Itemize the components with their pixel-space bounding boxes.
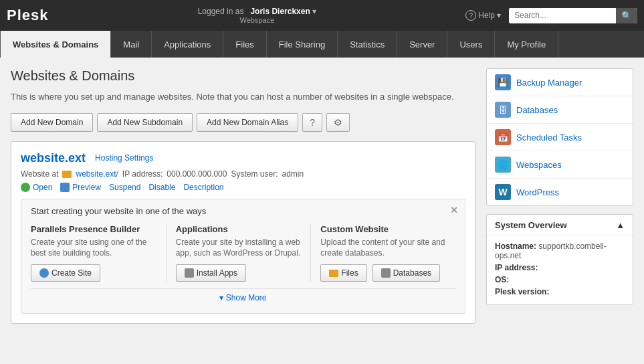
domain-name-link[interactable]: website.ext bbox=[21, 151, 86, 165]
username[interactable]: Joris Dierckxen bbox=[250, 7, 310, 16]
domain-info: Website at website.ext/ IP address: 000.… bbox=[21, 169, 465, 179]
applications-desc: Create your site by installing a web app… bbox=[176, 237, 302, 260]
backup-manager-icon: 💾 bbox=[495, 74, 511, 90]
sidebar-item-databases[interactable]: 🗄 Databases bbox=[487, 96, 633, 124]
databases-link[interactable]: Databases bbox=[516, 105, 558, 115]
show-more-button[interactable]: ▾ Show More bbox=[31, 288, 455, 306]
os-label: OS: bbox=[495, 275, 509, 284]
webspace-label: Webspace bbox=[198, 16, 316, 24]
action-buttons: Add New Domain Add New Subdomain Add New… bbox=[11, 113, 475, 132]
tab-server[interactable]: Server bbox=[397, 31, 447, 58]
tab-users[interactable]: Users bbox=[447, 31, 495, 58]
tab-mail[interactable]: Mail bbox=[111, 31, 152, 58]
system-user-value: admin bbox=[282, 169, 304, 179]
ip-value: 000.000.000.000 bbox=[167, 169, 227, 179]
page-description: This is where you set up and manage webs… bbox=[11, 90, 475, 104]
system-user-label: System user: bbox=[231, 169, 278, 179]
system-overview-body: Hostname: supportkb.combell-ops.net IP a… bbox=[487, 236, 633, 304]
custom-desc: Upload the content of your site and crea… bbox=[320, 237, 446, 260]
help-dropdown-icon: ▾ bbox=[497, 11, 501, 20]
page-content: Websites & Domains This is where you set… bbox=[0, 58, 644, 364]
folder-icon bbox=[62, 171, 72, 178]
user-info: Logged in as Joris Dierckxen ▾ Webspace bbox=[198, 7, 316, 24]
option-parallels: Parallels Presence Builder Create your s… bbox=[31, 224, 167, 282]
create-site-button[interactable]: Create Site bbox=[31, 264, 100, 282]
options-row: Parallels Presence Builder Create your s… bbox=[31, 224, 455, 282]
search-input[interactable] bbox=[509, 8, 616, 23]
help-info-button[interactable]: ? bbox=[302, 113, 322, 132]
sidebar: 💾 Backup Manager 🗄 Databases 📅 Scheduled… bbox=[486, 68, 633, 355]
ip-address-label: IP address: bbox=[495, 263, 538, 272]
website-url-link[interactable]: website.ext/ bbox=[76, 169, 118, 179]
tab-file-sharing[interactable]: File Sharing bbox=[267, 31, 338, 58]
databases-button[interactable]: Databases bbox=[372, 264, 440, 282]
sidebar-item-backup-manager[interactable]: 💾 Backup Manager bbox=[487, 69, 633, 96]
username-dropdown-icon[interactable]: ▾ bbox=[312, 7, 316, 16]
tab-websites-domains[interactable]: Websites & Domains bbox=[0, 31, 111, 58]
nav-tabs: Websites & Domains Mail Applications Fil… bbox=[0, 31, 644, 58]
tab-statistics[interactable]: Statistics bbox=[338, 31, 397, 58]
website-at-label: Website at bbox=[21, 169, 58, 179]
tab-applications[interactable]: Applications bbox=[152, 31, 223, 58]
help-button[interactable]: ? Help ▾ bbox=[465, 10, 501, 21]
files-button[interactable]: Files bbox=[320, 264, 366, 282]
scheduled-tasks-icon: 📅 bbox=[495, 129, 511, 145]
system-overview-title: System Overview bbox=[495, 220, 567, 230]
topbar: Plesk Logged in as Joris Dierckxen ▾ Web… bbox=[0, 0, 644, 31]
sidebar-item-wordpress[interactable]: W WordPress bbox=[487, 179, 633, 205]
page-title: Websites & Domains bbox=[11, 68, 475, 84]
disable-link[interactable]: Disable bbox=[148, 183, 175, 192]
sidebar-tools-card: 💾 Backup Manager 🗄 Databases 📅 Scheduled… bbox=[486, 68, 633, 206]
custom-buttons: Files Databases bbox=[320, 264, 446, 282]
domain-header: website.ext Hosting Settings bbox=[21, 151, 465, 165]
system-overview-header: System Overview ▲ bbox=[487, 215, 633, 236]
wordpress-icon: W bbox=[495, 184, 511, 200]
preview-icon bbox=[60, 183, 70, 192]
hostname-row: Hostname: supportkb.combell-ops.net bbox=[495, 242, 625, 260]
option-custom: Custom Website Upload the content of you… bbox=[320, 224, 455, 282]
description-link[interactable]: Description bbox=[183, 183, 223, 192]
webspaces-link[interactable]: Webspaces bbox=[516, 160, 562, 170]
close-getting-started-button[interactable]: ✕ bbox=[450, 205, 458, 215]
plesk-version-label: Plesk version: bbox=[495, 287, 549, 296]
plesk-version-row: Plesk version: bbox=[495, 287, 625, 296]
install-apps-button[interactable]: Install Apps bbox=[176, 264, 246, 282]
system-overview-card: System Overview ▲ Hostname: supportkb.co… bbox=[486, 214, 633, 305]
add-domain-button[interactable]: Add New Domain bbox=[11, 113, 93, 132]
help-label: Help bbox=[478, 11, 495, 20]
open-link[interactable]: Open bbox=[21, 183, 52, 192]
open-icon bbox=[21, 183, 30, 192]
add-subdomain-button[interactable]: Add New Subdomain bbox=[97, 113, 193, 132]
logged-in-as-label: Logged in as bbox=[198, 7, 244, 16]
ip-label: IP address: bbox=[122, 169, 163, 179]
backup-manager-link[interactable]: Backup Manager bbox=[516, 78, 582, 88]
preview-link[interactable]: Preview bbox=[60, 183, 101, 192]
databases-side-icon: 🗄 bbox=[495, 102, 511, 118]
sidebar-item-scheduled-tasks[interactable]: 📅 Scheduled Tasks bbox=[487, 124, 633, 151]
add-alias-button[interactable]: Add New Domain Alias bbox=[197, 113, 298, 132]
custom-title: Custom Website bbox=[320, 224, 446, 234]
files-icon bbox=[329, 270, 338, 277]
suspend-link[interactable]: Suspend bbox=[109, 183, 140, 192]
scheduled-tasks-link[interactable]: Scheduled Tasks bbox=[516, 132, 582, 143]
hosting-settings-link[interactable]: Hosting Settings bbox=[95, 153, 153, 163]
tab-files[interactable]: Files bbox=[223, 31, 266, 58]
help-icon: ? bbox=[465, 10, 476, 21]
hostname-label: Hostname: bbox=[495, 242, 536, 251]
tab-my-profile[interactable]: My Profile bbox=[495, 31, 558, 58]
create-site-icon bbox=[39, 268, 49, 278]
parallels-title: Parallels Presence Builder bbox=[31, 224, 156, 234]
sidebar-item-webspaces[interactable]: 🌐 Webspaces bbox=[487, 151, 633, 179]
main-area: Websites & Domains This is where you set… bbox=[11, 68, 475, 355]
domain-card: website.ext Hosting Settings Website at … bbox=[11, 141, 475, 325]
wordpress-link[interactable]: WordPress bbox=[516, 187, 559, 197]
databases-icon bbox=[381, 268, 391, 278]
install-apps-icon bbox=[185, 268, 194, 278]
search-box: 🔍 bbox=[509, 8, 637, 23]
collapse-system-overview-button[interactable]: ▲ bbox=[616, 220, 625, 230]
logo: Plesk bbox=[7, 7, 49, 24]
search-button[interactable]: 🔍 bbox=[616, 8, 637, 23]
settings-button[interactable]: ⚙ bbox=[326, 113, 350, 132]
os-row: OS: bbox=[495, 275, 625, 284]
parallels-desc: Create your site using one of the best s… bbox=[31, 237, 156, 260]
